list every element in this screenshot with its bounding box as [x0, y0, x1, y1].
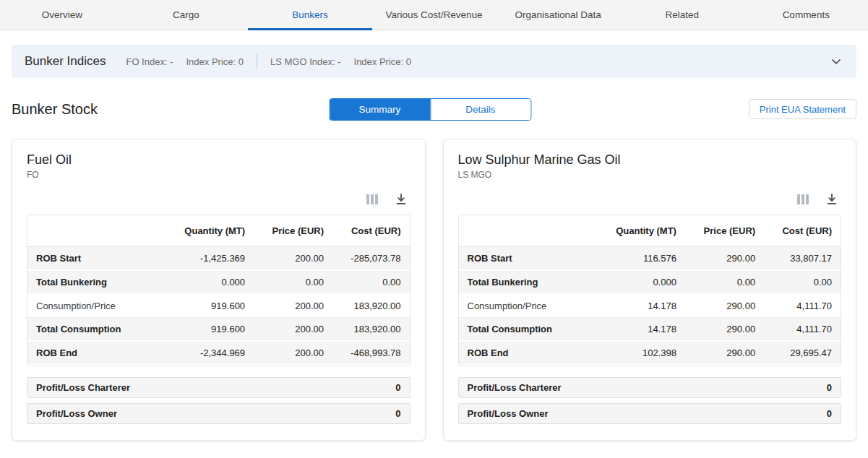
- ls-mgo-table: Quantity (MT) Price (EUR) Cost (EUR) ROB…: [459, 215, 841, 366]
- col-quantity: Quantity (MT): [596, 215, 685, 247]
- indices-divider: [257, 53, 257, 69]
- profit-loss-owner-label: Profit/Loss Owner: [36, 408, 117, 419]
- col-price: Price (EUR): [254, 215, 332, 247]
- card-title: Low Sulphur Marine Gas Oil: [458, 152, 842, 168]
- tab-bunkers[interactable]: Bunkers: [248, 0, 372, 30]
- row-cost: 0.00: [764, 270, 841, 294]
- row-quantity: 919.600: [165, 318, 254, 342]
- card-subtitle: LS MGO: [458, 170, 842, 180]
- fuel-oil-table: Quantity (MT) Price (EUR) Cost (EUR) ROB…: [27, 215, 410, 366]
- table-row: ROB End 102.398 290.00 29,695.47: [459, 341, 841, 365]
- col-cost: Cost (EUR): [764, 215, 841, 247]
- col-quantity: Quantity (MT): [165, 215, 254, 247]
- row-price: 290.00: [685, 318, 764, 342]
- row-label: ROB Start: [27, 247, 165, 271]
- row-quantity: 116.576: [596, 247, 685, 271]
- card-subtitle: FO: [27, 170, 411, 180]
- profit-loss-owner: Profit/Loss Owner 0: [27, 403, 411, 424]
- row-label: Consumption/Price: [27, 294, 165, 318]
- table-row: ROB End -2,344.969 200.00 -468,993.78: [27, 341, 410, 365]
- table-toolbar: [458, 191, 839, 207]
- tab-overview[interactable]: Overview: [0, 0, 124, 30]
- row-quantity: 102.398: [596, 341, 685, 365]
- row-quantity: -2,344.969: [165, 341, 254, 365]
- tab-various-cost-revenue[interactable]: Various Cost/Revenue: [372, 0, 497, 30]
- profit-loss-owner-label: Profit/Loss Owner: [468, 408, 549, 419]
- row-price: 0.00: [254, 270, 332, 294]
- row-label: Total Consumption: [27, 318, 165, 342]
- profit-loss-charterer-value: 0: [827, 382, 832, 393]
- row-cost: 183,920.00: [332, 318, 410, 342]
- row-price: 290.00: [685, 341, 764, 365]
- tab-related[interactable]: Related: [620, 0, 744, 30]
- download-icon[interactable]: [825, 193, 838, 206]
- chevron-down-icon[interactable]: [829, 54, 843, 69]
- row-label: Total Bunkering: [27, 270, 165, 294]
- row-quantity: 14.178: [596, 294, 685, 318]
- row-quantity: 0.000: [596, 270, 685, 294]
- row-quantity: 919.600: [165, 294, 254, 318]
- row-label: ROB End: [459, 341, 596, 365]
- profit-loss-charterer-label: Profit/Loss Charterer: [36, 382, 130, 393]
- tab-cargo[interactable]: Cargo: [124, 0, 249, 30]
- fo-index-label: FO Index: -: [126, 56, 173, 67]
- top-tab-bar: Overview Cargo Bunkers Various Cost/Reve…: [0, 0, 868, 30]
- profit-loss-charterer-value: 0: [395, 382, 400, 393]
- row-label: ROB End: [27, 341, 165, 365]
- ls-mgo-index-price-label: Index Price: 0: [354, 56, 412, 67]
- row-label: ROB Start: [459, 247, 596, 271]
- table-row: Total Bunkering 0.000 0.00 0.00: [27, 270, 410, 294]
- columns-icon[interactable]: [366, 193, 379, 206]
- fuel-oil-card: Fuel Oil FO Quantity (MT) Price (EUR) Co…: [12, 139, 426, 441]
- row-cost: 29,695.47: [764, 341, 841, 365]
- row-price: 200.00: [254, 318, 332, 342]
- ls-mgo-index-label: LS MGO Index: -: [270, 56, 341, 67]
- row-price: 290.00: [685, 247, 764, 271]
- bunker-stock-header: Bunker Stock Summary Details Print EUA S…: [12, 97, 856, 121]
- table-row: ROB Start 116.576 290.00 33,807.17: [459, 247, 841, 271]
- row-quantity: 14.178: [596, 318, 685, 342]
- table-row: Consumption/Price 919.600 200.00 183,920…: [27, 294, 410, 318]
- row-cost: 33,807.17: [764, 247, 841, 271]
- bunker-table-wrap: Quantity (MT) Price (EUR) Cost (EUR) ROB…: [27, 215, 411, 366]
- bunker-cards: Fuel Oil FO Quantity (MT) Price (EUR) Co…: [12, 139, 856, 441]
- table-row: Total Consumption 14.178 290.00 4,111.70: [459, 318, 841, 342]
- table-row: Total Consumption 919.600 200.00 183,920…: [27, 318, 410, 342]
- row-quantity: -1,425.369: [165, 247, 254, 271]
- profit-loss-charterer: Profit/Loss Charterer 0: [27, 377, 411, 398]
- table-row: Consumption/Price 14.178 290.00 4,111.70: [459, 294, 841, 318]
- profit-loss-charterer-label: Profit/Loss Charterer: [468, 382, 562, 393]
- row-quantity: 0.000: [165, 270, 254, 294]
- download-icon[interactable]: [395, 193, 408, 206]
- card-title: Fuel Oil: [27, 152, 411, 168]
- print-eua-statement-button[interactable]: Print EUA Statement: [749, 99, 856, 119]
- bunker-indices-bar: Bunker Indices FO Index: - Index Price: …: [12, 45, 856, 78]
- profit-loss-charterer: Profit/Loss Charterer 0: [458, 377, 842, 398]
- row-label: Consumption/Price: [459, 294, 596, 318]
- summary-details-toggle: Summary Details: [329, 98, 531, 121]
- tab-comments[interactable]: Comments: [744, 0, 868, 30]
- col-blank: [459, 215, 596, 247]
- columns-icon[interactable]: [796, 193, 809, 206]
- col-price: Price (EUR): [685, 215, 764, 247]
- bunker-table-wrap: Quantity (MT) Price (EUR) Cost (EUR) ROB…: [458, 215, 842, 366]
- col-cost: Cost (EUR): [332, 215, 410, 247]
- summary-toggle-button[interactable]: Summary: [330, 99, 430, 120]
- details-toggle-button[interactable]: Details: [430, 99, 530, 120]
- row-price: 200.00: [254, 341, 332, 365]
- bunker-indices-title: Bunker Indices: [25, 54, 106, 69]
- tab-organisational-data[interactable]: Organisational Data: [496, 0, 620, 30]
- page-title: Bunker Stock: [12, 101, 98, 118]
- row-price: 290.00: [685, 294, 764, 318]
- fo-index-price-label: Index Price: 0: [186, 56, 244, 67]
- row-price: 200.00: [254, 247, 332, 271]
- table-toolbar: [27, 191, 408, 207]
- row-cost: -285,073.78: [332, 247, 410, 271]
- profit-loss-owner: Profit/Loss Owner 0: [458, 403, 842, 424]
- row-cost: 4,111.70: [764, 318, 841, 342]
- profit-loss-owner-value: 0: [395, 408, 400, 419]
- row-price: 200.00: [254, 294, 332, 318]
- ls-mgo-card: Low Sulphur Marine Gas Oil LS MGO Quanti…: [443, 139, 857, 441]
- table-row: ROB Start -1,425.369 200.00 -285,073.78: [27, 247, 410, 271]
- row-cost: 183,920.00: [332, 294, 410, 318]
